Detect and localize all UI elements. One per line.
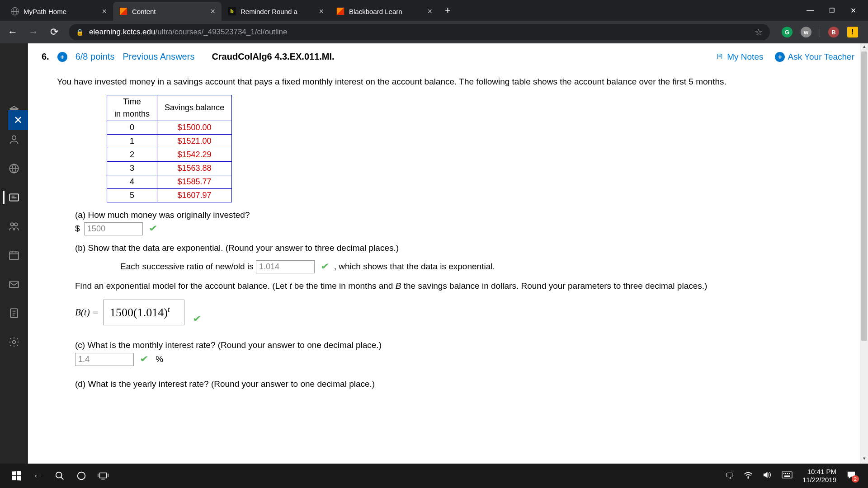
model-input-box[interactable]: 1500(1.014)t — [103, 300, 184, 325]
maximize-icon[interactable]: ❐ — [829, 7, 835, 14]
address-bar: ← → ⟳ 🔒 elearning.kctcs.edu/ultra/course… — [0, 21, 868, 43]
table-header-balance: Savings balance — [157, 95, 232, 121]
close-icon[interactable]: × — [427, 7, 432, 16]
system-tray: 🗨 10:41 PM 11/22/2019 — [726, 468, 863, 484]
b-favicon: b — [228, 7, 236, 15]
tab-label: MyPath Home — [24, 8, 97, 15]
intro-text: You have invested money in a savings acc… — [57, 75, 839, 89]
table-header-time: Timein months — [107, 95, 157, 121]
svg-point-11 — [78, 472, 85, 480]
search-icon[interactable] — [49, 465, 71, 487]
data-table: Timein months Savings balance 0$1500.00 … — [107, 95, 232, 202]
organizations-icon[interactable] — [7, 220, 21, 233]
exercise-id: CraudColAlg6 4.3.EX.011.MI. — [212, 52, 334, 62]
extension-w-icon[interactable]: w — [801, 27, 811, 38]
tab-label: Blackboard Learn — [349, 8, 423, 15]
ratio-suffix: , which shows that the data is exponenti… — [334, 262, 495, 271]
windows-logo-icon — [12, 471, 21, 480]
url-domain: elearning.kctcs.edu — [89, 28, 155, 36]
notifications-icon[interactable] — [846, 470, 856, 481]
scrollbar-track[interactable]: ▴ ▾ — [860, 43, 868, 464]
page-body: ▴ ▾ 6. + 6/8 points Previous Answers Cra… — [28, 43, 868, 464]
task-view-icon[interactable] — [92, 465, 114, 487]
blackboard-sidebar — [0, 43, 28, 464]
check-icon: ✔ — [193, 312, 202, 325]
svg-rect-2 — [9, 194, 19, 201]
start-button[interactable] — [5, 465, 27, 487]
part-d: (d) What is the yearly interest rate? (R… — [75, 378, 839, 391]
svg-point-16 — [748, 478, 749, 479]
taskbar-clock[interactable]: 10:41 PM 11/22/2019 — [802, 468, 836, 484]
notes-icon: 🗎 — [716, 52, 724, 61]
minimize-icon[interactable]: — — [807, 6, 814, 14]
browser-tab[interactable]: MyPath Home × — [5, 2, 113, 21]
browser-tab[interactable]: b Reminder Round a × — [222, 2, 330, 21]
part-a-input[interactable] — [84, 222, 143, 235]
tray-wifi-icon[interactable] — [744, 471, 753, 481]
ask-teacher-link[interactable]: + Ask Your Teacher — [775, 52, 854, 62]
profile-icon[interactable] — [7, 133, 21, 146]
extension-alert-icon[interactable]: ! — [847, 27, 858, 38]
model-label: B(t) = — [75, 305, 99, 320]
globe-icon — [11, 7, 19, 15]
scrollbar-thumb[interactable] — [861, 52, 867, 341]
close-icon[interactable]: × — [102, 7, 107, 16]
grades-icon[interactable] — [7, 306, 21, 320]
my-notes-link[interactable]: 🗎 My Notes — [716, 52, 763, 62]
part-d-prompt: (d) What is the yearly interest rate? (R… — [75, 378, 839, 391]
scroll-up-arrow[interactable]: ▴ — [860, 43, 868, 52]
courses-icon[interactable] — [3, 191, 22, 204]
svg-point-20 — [787, 473, 788, 474]
part-b-model: Find an exponential model for the accoun… — [75, 280, 839, 293]
part-b-prompt: (b) Show that the data are exponential. … — [75, 242, 839, 255]
close-window-icon[interactable]: ✕ — [850, 6, 856, 15]
svg-point-4 — [14, 223, 18, 226]
clock-date: 11/22/2019 — [802, 476, 836, 484]
activity-icon[interactable] — [7, 162, 21, 175]
tab-label: Content — [132, 8, 206, 15]
extension-b-icon[interactable]: B — [828, 27, 839, 38]
svg-point-19 — [785, 473, 786, 474]
separator — [820, 27, 820, 37]
browser-tab[interactable]: Blackboard Learn × — [330, 2, 439, 21]
calendar-icon[interactable] — [7, 249, 21, 262]
close-panel-button[interactable]: ✕ — [8, 110, 28, 130]
part-c-input[interactable] — [75, 353, 134, 366]
plus-badge-icon[interactable]: + — [57, 52, 67, 62]
part-c-prompt: (c) What is the monthly interest rate? (… — [75, 339, 839, 352]
previous-answers-link[interactable]: Previous Answers — [123, 52, 194, 62]
tools-icon[interactable] — [7, 335, 21, 349]
ratio-prefix: Each successive ratio of new/old is — [120, 262, 254, 271]
svg-rect-22 — [784, 476, 790, 477]
part-b-input[interactable] — [256, 260, 315, 273]
reload-icon[interactable]: ⟳ — [48, 26, 61, 38]
close-icon[interactable]: × — [319, 7, 324, 16]
model-prompt: Find an exponential model for the accoun… — [75, 280, 839, 293]
browser-tab-strip: MyPath Home × Content × b Reminder Round… — [0, 0, 868, 21]
percent-unit: % — [156, 354, 163, 364]
scroll-down-arrow[interactable]: ▾ — [860, 455, 868, 464]
question-body: You have invested money in a savings acc… — [28, 70, 868, 408]
new-tab-button[interactable]: + — [439, 5, 457, 16]
tray-keyboard-icon[interactable] — [782, 471, 793, 480]
messages-icon[interactable] — [7, 277, 21, 291]
cortana-icon[interactable] — [71, 465, 92, 487]
url-input[interactable]: 🔒 elearning.kctcs.edu/ultra/courses/_493… — [69, 24, 770, 40]
tray-battery-icon[interactable]: 🗨 — [726, 471, 734, 481]
browser-tab-active[interactable]: Content × — [113, 2, 222, 21]
blackboard-favicon — [336, 7, 344, 15]
bookmark-star-icon[interactable]: ☆ — [755, 27, 763, 38]
svg-point-21 — [789, 473, 789, 474]
part-c: (c) What is the monthly interest rate? (… — [75, 339, 839, 366]
lock-icon: 🔒 — [76, 28, 84, 36]
close-icon[interactable]: × — [210, 7, 215, 16]
taskbar-back-icon[interactable]: ← — [27, 465, 49, 487]
svg-rect-5 — [9, 252, 19, 259]
tray-volume-icon[interactable] — [763, 471, 772, 481]
back-icon[interactable]: ← — [6, 26, 19, 38]
table-row: 5$1607.97 — [107, 188, 232, 202]
extension-g-icon[interactable]: G — [782, 27, 793, 38]
clock-time: 10:41 PM — [802, 468, 836, 476]
forward-icon[interactable]: → — [27, 26, 40, 38]
svg-point-9 — [56, 472, 62, 478]
